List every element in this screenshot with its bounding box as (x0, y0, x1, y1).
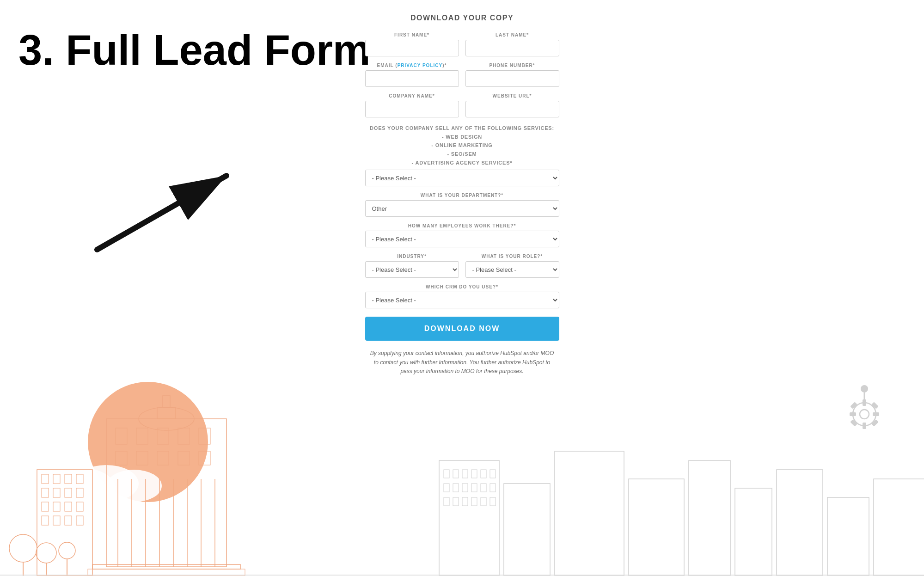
company-input[interactable] (365, 101, 459, 117)
svg-rect-86 (850, 402, 857, 409)
svg-rect-43 (42, 516, 49, 525)
phone-label: PHONE NUMBER* (465, 63, 559, 68)
first-name-input[interactable] (365, 40, 459, 56)
svg-rect-46 (76, 516, 83, 525)
svg-rect-87 (871, 402, 879, 409)
crm-select[interactable]: - Please Select - HubSpot Salesforce Zoh… (365, 292, 559, 308)
privacy-policy-link[interactable]: PRIVACY POLICY (398, 63, 443, 68)
svg-rect-73 (490, 484, 496, 492)
svg-rect-55 (555, 451, 624, 576)
download-button[interactable]: DOWNLOAD NOW (365, 317, 559, 341)
svg-rect-64 (462, 470, 468, 478)
svg-rect-60 (827, 497, 869, 576)
department-label: WHAT IS YOUR DEPARTMENT?* (365, 193, 559, 198)
crm-group: WHICH CRM DO YOU USE?* - Please Select -… (365, 284, 559, 308)
website-input[interactable] (465, 101, 559, 117)
svg-rect-54 (504, 484, 550, 576)
services-question: DOES YOUR COMPANY SELL ANY OF THE FOLLOW… (365, 124, 559, 167)
svg-rect-89 (871, 419, 879, 427)
svg-line-1 (97, 176, 226, 250)
email-phone-row: EMAIL (PRIVACY POLICY)* PHONE NUMBER* (365, 63, 559, 87)
advertising-select[interactable]: - Please Select - Yes No (365, 170, 559, 186)
website-label: WEBSITE URL* (465, 93, 559, 98)
crm-label: WHICH CRM DO YOU USE?* (365, 284, 559, 289)
svg-rect-58 (735, 488, 772, 576)
svg-point-47 (9, 534, 37, 562)
svg-rect-82 (863, 399, 866, 406)
svg-rect-63 (453, 470, 459, 478)
svg-rect-61 (874, 479, 924, 576)
svg-rect-74 (444, 497, 449, 506)
employees-row: HOW MANY EMPLOYEES WORK THERE?* - Please… (365, 223, 559, 247)
svg-point-80 (853, 403, 876, 426)
industry-group: INDUSTRY* - Please Select - Technology M… (365, 254, 459, 278)
role-select[interactable]: - Please Select - Manager Director VP C-… (465, 261, 559, 278)
svg-rect-85 (873, 412, 879, 416)
department-row: WHAT IS YOUR DEPARTMENT?* Please Select … (365, 193, 559, 217)
svg-rect-88 (850, 419, 857, 427)
industry-role-row: INDUSTRY* - Please Select - Technology M… (365, 254, 559, 278)
company-label: COMPANY NAME* (365, 93, 459, 98)
employees-group: HOW MANY EMPLOYEES WORK THERE?* - Please… (365, 223, 559, 247)
employees-label: HOW MANY EMPLOYEES WORK THERE?* (365, 223, 559, 228)
svg-rect-83 (863, 423, 866, 429)
department-select[interactable]: Please Select Marketing Sales IT Finance… (365, 200, 559, 217)
name-row: FIRST NAME* LAST NAME* (365, 32, 559, 56)
industry-label: INDUSTRY* (365, 254, 459, 259)
svg-rect-59 (777, 470, 823, 576)
phone-group: PHONE NUMBER* (465, 63, 559, 87)
employees-select[interactable]: - Please Select - 1-10 11-50 51-200 201-… (365, 231, 559, 247)
svg-rect-56 (629, 479, 684, 576)
page-wrapper: 3. Full Lead Form DOWNLOAD YOUR COPY FIR… (0, 0, 924, 576)
crm-row: WHICH CRM DO YOU USE?* - Please Select -… (365, 284, 559, 308)
company-group: COMPANY NAME* (365, 93, 459, 117)
arrow-icon (92, 166, 240, 259)
left-label-text: 3. Full Lead Form (18, 28, 371, 73)
email-group: EMAIL (PRIVACY POLICY)* (365, 63, 459, 87)
svg-point-5 (106, 470, 162, 502)
svg-rect-72 (481, 484, 486, 492)
svg-point-81 (860, 410, 869, 419)
svg-rect-76 (462, 497, 468, 506)
first-name-group: FIRST NAME* (365, 32, 459, 56)
email-input[interactable] (365, 70, 459, 87)
svg-point-90 (861, 385, 868, 392)
svg-point-94 (765, 396, 825, 433)
phone-input[interactable] (465, 70, 559, 87)
svg-rect-71 (471, 484, 477, 492)
industry-select[interactable]: - Please Select - Technology Marketing F… (365, 261, 459, 278)
svg-rect-70 (462, 484, 468, 492)
left-label-container: 3. Full Lead Form (18, 28, 371, 73)
form-title: DOWNLOAD YOUR COPY (365, 14, 559, 22)
svg-rect-78 (481, 497, 486, 506)
svg-point-51 (59, 542, 75, 559)
svg-rect-66 (481, 470, 486, 478)
last-name-input[interactable] (465, 40, 559, 56)
svg-rect-62 (444, 470, 449, 478)
svg-rect-77 (471, 497, 477, 506)
first-name-label: FIRST NAME* (365, 32, 459, 37)
arrow-container (92, 166, 240, 261)
last-name-group: LAST NAME* (465, 32, 559, 56)
svg-rect-69 (453, 484, 459, 492)
svg-rect-75 (453, 497, 459, 506)
advertising-group: - Please Select - Yes No (365, 170, 559, 186)
company-website-row: COMPANY NAME* WEBSITE URL* (365, 93, 559, 117)
svg-rect-45 (65, 516, 72, 525)
svg-rect-79 (490, 497, 496, 506)
svg-rect-44 (53, 516, 60, 525)
form-disclaimer: By supplying your contact information, y… (365, 349, 559, 376)
svg-point-49 (36, 543, 56, 563)
svg-rect-39 (42, 502, 49, 511)
website-group: WEBSITE URL* (465, 93, 559, 117)
svg-rect-65 (471, 470, 477, 478)
svg-rect-84 (850, 412, 856, 416)
email-label: EMAIL (PRIVACY POLICY)* (365, 63, 459, 68)
department-group: WHAT IS YOUR DEPARTMENT?* Please Select … (365, 193, 559, 217)
advertising-row: - Please Select - Yes No (365, 170, 559, 186)
role-label: WHAT IS YOUR ROLE?* (465, 254, 559, 259)
form-container: DOWNLOAD YOUR COPY FIRST NAME* LAST NAME… (365, 14, 559, 376)
svg-rect-67 (490, 470, 496, 478)
svg-rect-57 (689, 460, 730, 576)
svg-rect-68 (444, 484, 449, 492)
